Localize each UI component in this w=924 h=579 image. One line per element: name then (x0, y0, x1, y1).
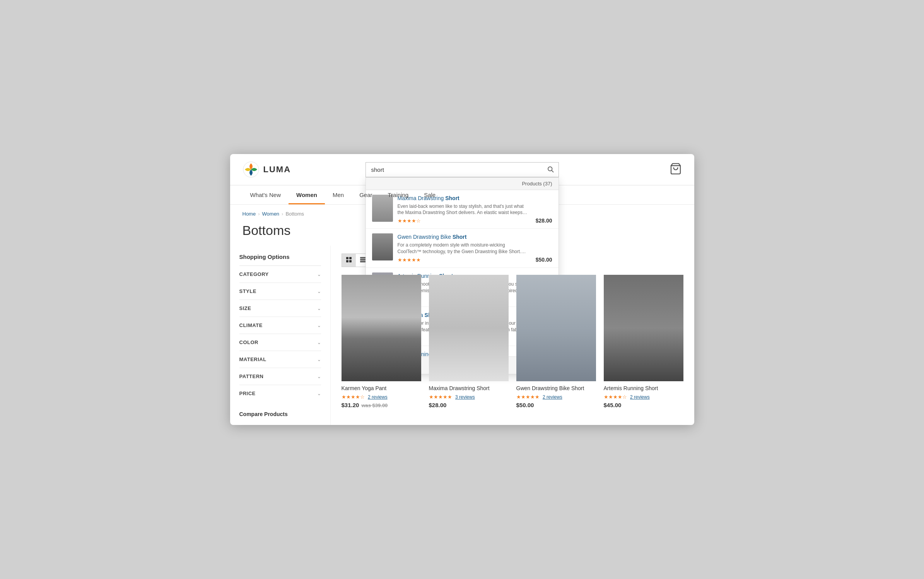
filter-label-climate: CLIMATE (239, 322, 263, 328)
nav-item-sale[interactable]: Sale (416, 185, 443, 204)
filter-arrow-style: ⌄ (317, 289, 321, 294)
result-stars-1: ★★★★☆ (398, 218, 528, 224)
filter-arrow-color: ⌄ (317, 340, 321, 345)
site-header: LUMA Products (37) (230, 154, 694, 185)
svg-rect-4 (346, 257, 348, 259)
compare-products[interactable]: Compare Products (239, 411, 321, 417)
svg-line-2 (552, 170, 553, 172)
result-info-2: Gwen Drawstring Bike Short For a complet… (398, 233, 528, 263)
product-img-2 (429, 275, 509, 381)
nav-item-women[interactable]: Women (289, 185, 325, 204)
nav-item-men[interactable]: Men (325, 185, 352, 204)
product-stars-3: ★★★★★ (516, 394, 540, 400)
nav-item-gear[interactable]: Gear (352, 185, 380, 204)
filter-color[interactable]: COLOR⌄ (239, 334, 321, 351)
product-reviews-2[interactable]: 3 reviews (455, 394, 475, 400)
svg-rect-8 (360, 257, 366, 259)
product-price-3: $50.00 (516, 402, 596, 408)
filter-arrow-size: ⌄ (317, 306, 321, 311)
luma-logo-icon (243, 161, 260, 178)
svg-rect-9 (360, 259, 366, 260)
product-rating-2: ★★★★★ 3 reviews (429, 393, 509, 400)
product-reviews-1[interactable]: 2 reviews (368, 394, 388, 400)
result-name-2: Gwen Drawstring Bike Short (398, 233, 528, 240)
filter-material[interactable]: MATERIAL⌄ (239, 351, 321, 368)
filter-label-pattern: PATTERN (239, 373, 264, 379)
breadcrumb-sep-2: › (282, 211, 283, 217)
breadcrumb-sep-1: › (258, 211, 260, 217)
product-name-2: Maxima Drawstring Short (429, 385, 509, 391)
grid-icon (346, 257, 352, 263)
product-stars-2: ★★★★★ (429, 394, 452, 400)
filter-price[interactable]: PRICE⌄ (239, 385, 321, 402)
filter-category[interactable]: CATEGORY⌄ (239, 266, 321, 283)
breadcrumb-women[interactable]: Women (262, 211, 280, 217)
filter-label-price: PRICE (239, 391, 256, 396)
product-reviews-4[interactable]: 2 reviews (630, 394, 650, 400)
filter-size[interactable]: SIZE⌄ (239, 300, 321, 317)
cart-icon[interactable] (670, 170, 682, 176)
filter-arrow-material: ⌄ (317, 357, 321, 362)
shopping-cart-icon (670, 163, 682, 175)
filter-label-style: STYLE (239, 288, 256, 294)
product-rating-1: ★★★★☆ 2 reviews (342, 393, 421, 400)
product-name-3: Gwen Drawstring Bike Short (516, 385, 596, 391)
logo-area[interactable]: LUMA (243, 161, 291, 178)
product-card[interactable]: Artemis Running Short ★★★★☆ 2 reviews $4… (604, 275, 683, 408)
result-stars-2: ★★★★★ (398, 257, 528, 263)
logo-text: LUMA (263, 164, 291, 175)
filter-pattern[interactable]: PATTERN⌄ (239, 368, 321, 385)
breadcrumb-home[interactable]: Home (243, 211, 256, 217)
shopping-options-title: Shopping Options (239, 254, 321, 260)
product-card[interactable]: Karmen Yoga Pant ★★★★☆ 2 reviews $31.20w… (342, 275, 421, 408)
filter-style[interactable]: STYLE⌄ (239, 283, 321, 300)
filter-label-color: COLOR (239, 339, 258, 345)
result-desc-2: For a completely modern style with moist… (398, 242, 528, 255)
nav-item-whats-new[interactable]: What's New (243, 185, 289, 204)
product-card[interactable]: Gwen Drawstring Bike Short ★★★★★ 2 revie… (516, 275, 596, 408)
browser-window: LUMA Products (37) (230, 154, 694, 425)
filter-arrow-pattern: ⌄ (317, 374, 321, 379)
filter-arrow-price: ⌄ (317, 391, 321, 396)
filter-label-size: SIZE (239, 305, 251, 311)
sidebar: Shopping Options CATEGORY⌄STYLE⌄SIZE⌄CLI… (230, 246, 331, 425)
product-card[interactable]: Maxima Drawstring Short ★★★★★ 3 reviews … (429, 275, 509, 408)
grid-view-button[interactable] (342, 254, 356, 267)
search-result-item[interactable]: Gwen Drawstring Bike Short For a complet… (366, 229, 558, 268)
product-img-3 (516, 275, 596, 381)
product-name-1: Karmen Yoga Pant (342, 385, 421, 391)
product-price-was-1: was $39.00 (361, 403, 388, 408)
product-rating-4: ★★★★☆ 2 reviews (604, 393, 683, 400)
filter-section: CATEGORY⌄STYLE⌄SIZE⌄CLIMATE⌄COLOR⌄MATERI… (239, 266, 321, 402)
result-desc-1: Even laid-back women like to stay stylis… (398, 203, 528, 216)
filter-climate[interactable]: CLIMATE⌄ (239, 317, 321, 334)
product-stars-1: ★★★★☆ (342, 394, 365, 400)
product-price-1: $31.20was $39.00 (342, 402, 421, 408)
product-stars-4: ★★★★☆ (604, 394, 627, 400)
product-price-2: $28.00 (429, 402, 509, 408)
filter-label-material: MATERIAL (239, 356, 266, 362)
filter-arrow-climate: ⌄ (317, 323, 321, 328)
filter-arrow-category: ⌄ (317, 272, 321, 277)
svg-rect-10 (360, 261, 366, 262)
search-input[interactable] (366, 163, 542, 177)
search-icon (547, 166, 554, 173)
result-price-1: $28.00 (536, 218, 552, 224)
list-icon (360, 257, 366, 263)
product-img-4 (604, 275, 683, 381)
result-price-2: $50.00 (536, 257, 552, 263)
svg-rect-7 (349, 260, 352, 262)
product-img-1 (342, 275, 421, 381)
svg-rect-5 (349, 257, 352, 259)
product-rating-3: ★★★★★ 2 reviews (516, 393, 596, 400)
product-name-4: Artemis Running Short (604, 385, 683, 391)
svg-rect-6 (346, 260, 348, 262)
cart-area[interactable] (670, 163, 682, 176)
result-img-2 (372, 233, 393, 260)
nav-item-training[interactable]: Training (380, 185, 417, 204)
product-reviews-3[interactable]: 2 reviews (543, 394, 562, 400)
header-search: Products (37) Maxima Drawstring Short Ev… (366, 162, 559, 177)
breadcrumb-current: Bottoms (285, 211, 304, 217)
product-price-4: $45.00 (604, 402, 683, 408)
search-button[interactable] (542, 163, 558, 177)
